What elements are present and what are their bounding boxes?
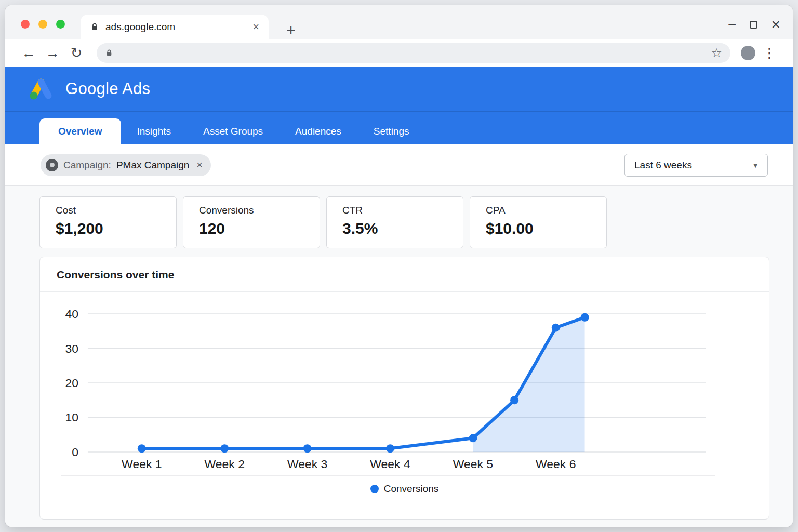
metric-value: $1,200 [56, 220, 176, 237]
nav-tab-audiences[interactable]: Audiences [279, 118, 357, 144]
nav-tab-overview[interactable]: Overview [39, 118, 121, 144]
window-controls: − × [728, 19, 780, 30]
campaign-chip-label: Campaign: [63, 159, 111, 171]
metric-label: Conversions [199, 205, 320, 216]
metric-label: Cost [56, 205, 176, 216]
metric-card-cost: Cost$1,200 [39, 196, 177, 248]
metric-label: CPA [486, 205, 606, 216]
svg-text:Week 4: Week 4 [370, 457, 410, 471]
chip-close-icon[interactable]: × [196, 159, 203, 171]
chevron-down-icon: ▼ [752, 161, 759, 169]
minimize-traffic-light[interactable] [38, 20, 47, 29]
profile-avatar[interactable] [741, 46, 755, 60]
new-tab-button[interactable]: + [282, 21, 300, 39]
close-traffic-light[interactable] [21, 20, 30, 29]
svg-text:20: 20 [65, 376, 78, 390]
metric-value: 3.5% [342, 220, 463, 237]
main-content: Cost$1,200Conversions120CTR3.5%CPA$10.00… [5, 186, 793, 527]
app-title: Google Ads [65, 79, 150, 98]
lock-icon [105, 49, 113, 57]
svg-text:Week 2: Week 2 [205, 457, 245, 471]
back-icon[interactable]: ← [19, 45, 38, 61]
metric-card-conversions: Conversions120 [183, 196, 320, 248]
chart-legend: Conversions [40, 477, 769, 505]
app-nav: OverviewInsightsAsset GroupsAudiencesSet… [5, 111, 793, 144]
svg-text:Week 5: Week 5 [453, 457, 493, 471]
bookmark-star-icon[interactable]: ☆ [711, 46, 722, 60]
window-close-button[interactable]: × [771, 19, 780, 30]
zoom-traffic-light[interactable] [56, 20, 65, 29]
nav-tab-asset-groups[interactable]: Asset Groups [187, 118, 279, 144]
svg-text:Week 6: Week 6 [536, 457, 576, 471]
metric-card-ctr: CTR3.5% [326, 196, 463, 248]
browser-tab-strip: ads.google.com × + − × [5, 5, 793, 39]
svg-text:40: 40 [65, 307, 78, 321]
svg-text:0: 0 [72, 445, 78, 459]
browser-window: ads.google.com × + − × ← → ↻ ☆ ⋮ [5, 5, 793, 527]
browser-tab[interactable]: ads.google.com × [81, 15, 269, 39]
campaign-filter-chip[interactable]: Campaign: PMax Campaign × [41, 154, 211, 176]
campaign-status-icon [46, 159, 58, 171]
conversions-chart: 010203040Week 1Week 2Week 3Week 4Week 5W… [40, 296, 769, 477]
date-range-select[interactable]: Last 6 weeks ▼ [624, 154, 768, 177]
metric-value: 120 [199, 220, 320, 237]
conversions-chart-card: Conversions over time 010203040Week 1Wee… [39, 257, 769, 520]
app-header: Google Ads [5, 66, 793, 111]
traffic-lights [21, 20, 65, 29]
nav-tab-settings[interactable]: Settings [357, 118, 425, 144]
metric-label: CTR [342, 205, 463, 216]
minimize-button[interactable]: − [728, 19, 736, 30]
browser-menu-icon[interactable]: ⋮ [760, 45, 779, 61]
legend-label: Conversions [384, 483, 439, 495]
address-bar[interactable]: ☆ [97, 43, 730, 63]
svg-text:30: 30 [65, 342, 78, 355]
legend-dot [370, 485, 379, 493]
forward-icon[interactable]: → [43, 45, 62, 61]
reload-icon[interactable]: ↻ [66, 45, 86, 61]
campaign-chip-value: PMax Campaign [116, 159, 189, 171]
nav-tab-insights[interactable]: Insights [121, 118, 187, 144]
tab-title: ads.google.com [105, 21, 175, 33]
metrics-row: Cost$1,200Conversions120CTR3.5%CPA$10.00 [39, 196, 769, 248]
google-ads-logo [28, 77, 54, 100]
metric-value: $10.00 [486, 220, 606, 237]
chart-title: Conversions over time [57, 269, 174, 281]
chart-header: Conversions over time [40, 257, 769, 292]
browser-toolbar: ← → ↻ ☆ ⋮ [5, 39, 793, 66]
svg-text:10: 10 [65, 410, 78, 424]
date-range-value: Last 6 weeks [634, 159, 692, 171]
filter-row: Campaign: PMax Campaign × Last 6 weeks ▼ [5, 144, 793, 186]
svg-text:Week 1: Week 1 [122, 457, 162, 471]
chart-body: 010203040Week 1Week 2Week 3Week 4Week 5W… [40, 292, 769, 477]
svg-text:Week 3: Week 3 [287, 457, 327, 471]
maximize-button[interactable] [750, 21, 757, 29]
metric-card-cpa: CPA$10.00 [470, 196, 607, 248]
lock-icon [90, 22, 99, 32]
tab-close-icon[interactable]: × [252, 20, 259, 34]
